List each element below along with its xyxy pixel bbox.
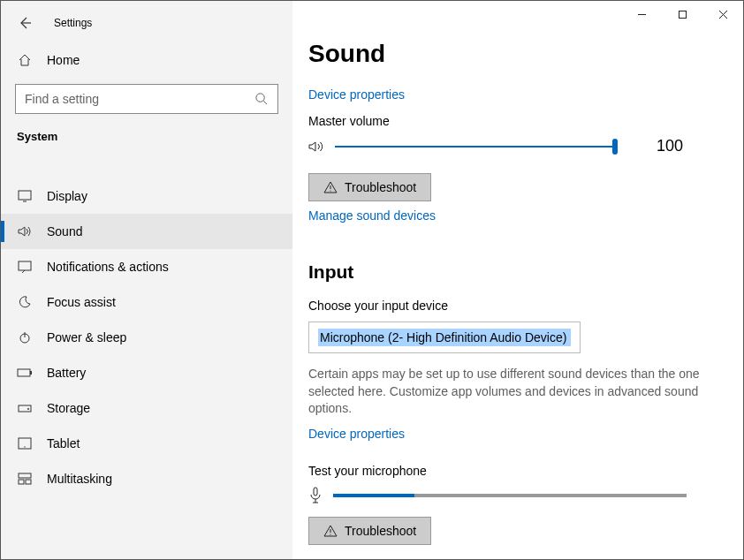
search-icon xyxy=(254,92,269,106)
sidebar-item-tablet[interactable]: Tablet xyxy=(1,426,292,461)
sidebar-item-label: Power & sleep xyxy=(47,330,126,344)
svg-rect-13 xyxy=(679,11,686,18)
sidebar-item-battery[interactable]: Battery xyxy=(1,355,292,390)
home-nav[interactable]: Home xyxy=(1,45,292,75)
svg-rect-6 xyxy=(19,405,31,412)
master-volume-value: 100 xyxy=(657,137,683,155)
multitasking-icon xyxy=(17,473,33,485)
sidebar-item-power-sleep[interactable]: Power & sleep xyxy=(1,320,292,355)
svg-rect-11 xyxy=(19,480,24,484)
window-controls xyxy=(292,1,743,33)
sound-icon xyxy=(17,225,33,238)
titlebar-left: Settings xyxy=(1,1,292,45)
svg-point-16 xyxy=(330,534,330,534)
troubleshoot-label: Troubleshoot xyxy=(345,524,416,538)
sidebar-item-label: Display xyxy=(47,189,87,203)
choose-input-label: Choose your input device xyxy=(308,299,711,313)
page-title: Sound xyxy=(308,40,711,68)
sidebar-item-multitasking[interactable]: Multitasking xyxy=(1,461,292,496)
maximize-button[interactable] xyxy=(662,1,702,27)
microphone-level-bar xyxy=(333,494,687,497)
input-section-heading: Input xyxy=(308,261,711,283)
sidebar: Settings Home Find a setting System Disp… xyxy=(1,1,292,559)
warning-icon xyxy=(323,181,338,193)
sidebar-item-focus-assist[interactable]: Focus assist xyxy=(1,284,292,320)
sidebar-item-label: Storage xyxy=(47,401,90,415)
storage-icon xyxy=(17,403,33,413)
svg-rect-12 xyxy=(26,480,31,484)
speaker-icon xyxy=(308,140,328,154)
master-volume-label: Master volume xyxy=(308,114,711,128)
sidebar-item-notifications[interactable]: Notifications & actions xyxy=(1,249,292,284)
sidebar-item-label: Notifications & actions xyxy=(47,260,169,274)
device-properties-link-input[interactable]: Device properties xyxy=(308,427,405,441)
troubleshoot-output-button[interactable]: Troubleshoot xyxy=(308,173,431,201)
svg-rect-2 xyxy=(19,261,31,270)
svg-rect-15 xyxy=(314,488,317,496)
warning-icon xyxy=(323,525,338,537)
category-header: System xyxy=(1,130,292,154)
microphone-icon xyxy=(308,487,323,504)
master-volume-slider[interactable] xyxy=(335,139,618,155)
display-icon xyxy=(17,190,33,202)
focus-assist-icon xyxy=(17,295,33,309)
manage-sound-devices-link[interactable]: Manage sound devices xyxy=(308,208,436,223)
svg-rect-5 xyxy=(30,371,32,375)
input-device-selected: Microphone (2- High Definition Audio Dev… xyxy=(318,329,571,346)
svg-point-7 xyxy=(27,408,29,410)
sidebar-item-display[interactable]: Display xyxy=(1,178,292,214)
sidebar-item-label: Sound xyxy=(47,224,82,238)
sidebar-item-label: Focus assist xyxy=(47,295,116,309)
sidebar-item-label: Battery xyxy=(47,366,86,380)
main-area: Sound Device properties Master volume 10… xyxy=(292,1,743,559)
test-microphone-label: Test your microphone xyxy=(308,464,711,478)
input-device-select[interactable]: Microphone (2- High Definition Audio Dev… xyxy=(308,322,581,353)
troubleshoot-input-button[interactable]: Troubleshoot xyxy=(308,517,431,545)
window-title: Settings xyxy=(54,17,92,29)
home-label: Home xyxy=(47,53,80,67)
sidebar-item-label: Multitasking xyxy=(47,472,112,486)
sidebar-item-label: Tablet xyxy=(47,436,80,450)
back-button[interactable] xyxy=(15,13,34,33)
svg-rect-1 xyxy=(19,191,31,200)
device-properties-link-output[interactable]: Device properties xyxy=(308,87,405,102)
notifications-icon xyxy=(17,261,33,273)
svg-point-9 xyxy=(24,446,25,447)
tablet-icon xyxy=(17,437,33,450)
svg-rect-4 xyxy=(18,369,30,376)
search-placeholder: Find a setting xyxy=(25,92,254,106)
sidebar-item-sound[interactable]: Sound xyxy=(1,214,292,249)
battery-icon xyxy=(17,367,33,378)
svg-rect-10 xyxy=(19,473,31,478)
input-desc: Certain apps may be set up to use differ… xyxy=(308,366,711,418)
troubleshoot-label: Troubleshoot xyxy=(345,180,416,194)
power-icon xyxy=(17,330,33,344)
close-button[interactable] xyxy=(702,1,743,27)
sidebar-item-storage[interactable]: Storage xyxy=(1,390,292,426)
search-input[interactable]: Find a setting xyxy=(15,84,278,114)
svg-point-14 xyxy=(330,190,330,191)
home-icon xyxy=(17,53,33,67)
microphone-test-row xyxy=(308,487,711,504)
svg-point-0 xyxy=(256,94,264,102)
minimize-button[interactable] xyxy=(621,1,662,27)
master-volume-slider-row: 100 xyxy=(308,137,711,155)
